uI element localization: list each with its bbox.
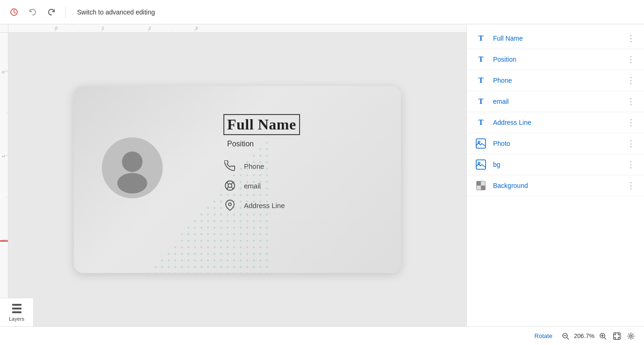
layer-item-phone[interactable]: T Phone ⋮ (467, 70, 644, 91)
avatar (102, 137, 163, 198)
svg-rect-28 (12, 311, 21, 313)
layer-name-photo: Photo (493, 140, 620, 147)
svg-rect-40 (614, 333, 620, 339)
svg-line-23 (231, 182, 233, 184)
business-card[interactable]: Full Name Position Phone (74, 86, 401, 273)
layer-item-full-name[interactable]: T Full Name ⋮ (467, 28, 644, 49)
text-icon-phone: T (474, 74, 487, 87)
card-right-content: Full Name Position Phone (223, 114, 387, 218)
address-icon (223, 199, 236, 212)
card-position: Position (227, 140, 387, 148)
svg-point-18 (117, 173, 147, 194)
bottom-bar: Rotate 206.7% (0, 326, 644, 345)
layer-menu-bg[interactable]: ⋮ (625, 159, 637, 170)
image-icon-bg (474, 158, 487, 171)
layer-menu-address[interactable]: ⋮ (625, 117, 637, 128)
svg-rect-27 (12, 308, 21, 309)
text-icon-address: T (474, 116, 487, 129)
ruler-horizontal: 0 1 2 3 (8, 24, 466, 33)
layer-item-background[interactable]: Background ⋮ (467, 175, 644, 196)
main-area: 0 1 2 3 0 1 (0, 24, 644, 326)
svg-line-34 (567, 338, 569, 339)
text-icon-full-name: T (474, 32, 487, 45)
svg-line-24 (227, 187, 229, 189)
zoom-in-button[interactable] (597, 331, 608, 342)
card-phone-field: Phone (223, 159, 387, 172)
rotate-button[interactable]: Rotate (531, 331, 556, 341)
layer-menu-photo[interactable]: ⋮ (625, 138, 637, 149)
ruler-corner (0, 24, 8, 33)
layers-icon (10, 303, 23, 314)
text-icon-position: T (474, 53, 487, 66)
svg-rect-26 (12, 304, 21, 306)
layers-panel-button[interactable]: Layers (0, 298, 34, 326)
layers-label: Layers (9, 316, 24, 322)
layer-name-background: Background (493, 182, 620, 189)
card-full-name: Full Name (223, 114, 300, 135)
fit-button[interactable] (611, 331, 623, 342)
undo-button[interactable] (26, 6, 39, 19)
zoom-level: 206.7% (574, 332, 594, 339)
svg-line-21 (227, 182, 229, 184)
layer-item-email[interactable]: T email ⋮ (467, 91, 644, 112)
svg-line-22 (231, 187, 233, 189)
image-icon-photo (474, 137, 487, 150)
zoom-controls: 206.7% (560, 331, 637, 342)
history-button[interactable] (7, 6, 21, 19)
layer-menu-email[interactable]: ⋮ (625, 96, 637, 107)
toolbar: Switch to advanced editing (0, 0, 644, 24)
card-address-field: Address Line (223, 199, 387, 212)
layer-item-position[interactable]: T Position ⋮ (467, 49, 644, 70)
text-icon-email: T (474, 95, 487, 108)
card-email-text: email (244, 182, 261, 190)
card-email-field: email (223, 179, 387, 192)
svg-line-37 (604, 338, 606, 339)
layer-name-phone: Phone (493, 77, 620, 84)
switch-label: Switch to advanced editing (77, 8, 155, 16)
ruler-vertical: 0 1 2 (0, 24, 8, 326)
layer-name-address: Address Line (493, 119, 620, 126)
card-address-text: Address Line (244, 201, 285, 209)
redo-button[interactable] (45, 6, 58, 19)
checkerboard-icon-background (474, 179, 487, 192)
layer-menu-full-name[interactable]: ⋮ (625, 33, 637, 44)
email-icon (223, 179, 236, 192)
svg-point-20 (228, 184, 232, 187)
svg-point-41 (630, 335, 632, 337)
layer-name-full-name: Full Name (493, 35, 620, 42)
layer-name-position: Position (493, 56, 620, 63)
settings-button[interactable] (625, 331, 637, 342)
layer-item-photo[interactable]: Photo ⋮ (467, 133, 644, 154)
layer-list: T Full Name ⋮ T Position ⋮ T Phone ⋮ (467, 24, 644, 326)
layer-menu-background[interactable]: ⋮ (625, 180, 637, 191)
layer-menu-position[interactable]: ⋮ (625, 54, 637, 65)
zoom-out-button[interactable] (560, 331, 571, 342)
right-panel: T Full Name ⋮ T Position ⋮ T Phone ⋮ (466, 24, 644, 326)
layer-name-email: email (493, 98, 620, 105)
layer-menu-phone[interactable]: ⋮ (625, 75, 637, 86)
layer-item-bg[interactable]: bg ⋮ (467, 154, 644, 175)
phone-icon (223, 159, 236, 172)
canvas-area: 0 1 2 3 0 1 (0, 24, 466, 326)
svg-point-25 (229, 203, 231, 206)
card-phone-text: Phone (244, 162, 264, 170)
svg-point-17 (122, 151, 143, 172)
layer-name-bg: bg (493, 161, 620, 168)
layer-item-address[interactable]: T Address Line ⋮ (467, 112, 644, 133)
toolbar-divider (65, 7, 66, 18)
canvas-content: Full Name Position Phone (8, 33, 466, 326)
